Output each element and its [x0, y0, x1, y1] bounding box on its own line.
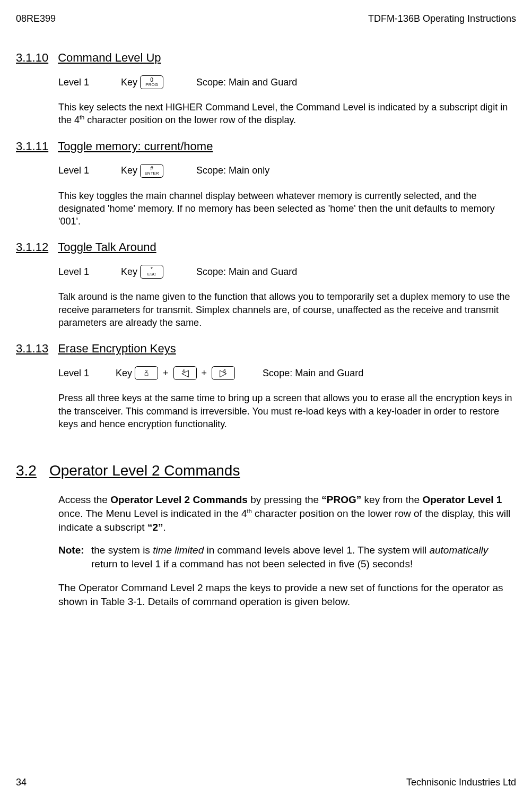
plus-separator: +	[163, 367, 169, 379]
key-label: Key	[116, 367, 132, 379]
section-number: 3.1.10	[16, 51, 48, 65]
section-title: Command Level Up	[58, 51, 161, 65]
italic-text: time limited	[153, 544, 204, 556]
section-3-1-12-content: Level 1 Key * ESC Scope: Main and Guard …	[58, 265, 516, 329]
body-text: Talk around is the name given to the fun…	[58, 290, 516, 329]
text-part: in command levels above level 1. The sys…	[204, 544, 429, 556]
paragraph-1: Access the Operator Level 2 Commands by …	[58, 493, 516, 534]
note-text: the system is time limited in command le…	[91, 543, 516, 570]
bold-text: Operator Level 2 Commands	[110, 494, 248, 505]
scope-label: Scope: Main and Guard	[196, 265, 297, 278]
section-3-1-13-content: Level 1 Key 2 ⌂ + 4 ◁ + 6 ▷	[58, 366, 516, 430]
quoted-bold: “2”	[147, 522, 163, 533]
key-star-esc-icon: * ESC	[140, 265, 163, 279]
text-part: once. The Menu Level is indicated in the…	[58, 508, 247, 519]
page-header: 08RE399 TDFM-136B Operating Instructions	[16, 13, 516, 24]
text-part: Access the	[58, 494, 110, 505]
note-row: Note: the system is time limited in comm…	[58, 543, 516, 570]
level-label: Level 1	[58, 164, 89, 177]
text-part: return to level 1 if a command has not b…	[91, 558, 413, 569]
header-doc-id: 08RE399	[16, 13, 56, 24]
italic-text: automatically	[429, 544, 488, 556]
key-0-prog-icon: 0 PROG	[140, 75, 163, 89]
arrow-left-icon: ◁	[181, 367, 189, 379]
text-part: key from the	[361, 494, 422, 505]
bold-text: Operator Level 1	[422, 494, 502, 505]
key-bottom-label: PROG	[145, 83, 158, 87]
level-key-scope-row: Level 1 Key # ENTER Scope: Main only	[58, 164, 516, 178]
page-footer: 34 Technisonic Industries Ltd	[16, 777, 516, 788]
level-key-scope-row: Level 1 Key 0 PROG Scope: Main and Guard	[58, 75, 516, 89]
section-3-1-11-content: Level 1 Key # ENTER Scope: Main only Thi…	[58, 164, 516, 228]
key-hash-enter-icon: # ENTER	[140, 164, 163, 178]
body-text: Press all three keys at the same time to…	[58, 392, 516, 430]
section-number: 3.1.13	[16, 342, 48, 356]
scope-label: Scope: Main and Guard	[263, 367, 363, 379]
company-name: Technisonic Industries Ltd	[406, 777, 516, 788]
section-number: 3.2	[16, 462, 37, 479]
section-number: 3.1.12	[16, 240, 48, 254]
level-label: Level 1	[58, 367, 89, 379]
text-part: by pressing the	[248, 494, 321, 505]
paragraph-2: The Operator Command Level 2 maps the ke…	[58, 581, 516, 608]
section-title: Toggle Talk Around	[58, 240, 156, 254]
plus-separator: +	[202, 367, 207, 379]
section-3-1-12-heading: 3.1.12 Toggle Talk Around	[16, 240, 516, 254]
key-4-left-icon: 4 ◁	[173, 366, 197, 380]
section-3-2-content: Access the Operator Level 2 Commands by …	[58, 493, 516, 608]
body-text: This key selects the next HIGHER Command…	[58, 101, 516, 127]
scope-label: Scope: Main and Guard	[196, 76, 297, 89]
section-title: Toggle memory: current/home	[58, 140, 213, 153]
section-3-2-heading: 3.2 Operator Level 2 Commands	[16, 462, 516, 479]
scope-label: Scope: Main only	[196, 164, 269, 177]
text-part: the system is	[91, 544, 153, 556]
key-group: Key * ESC	[121, 265, 164, 279]
key-group: Key # ENTER	[121, 164, 164, 178]
section-title: Erase Encryption Keys	[58, 342, 176, 356]
section-3-1-10-heading: 3.1.10 Command Level Up	[16, 51, 516, 65]
key-bottom-label: ENTER	[145, 171, 159, 176]
section-number: 3.1.11	[16, 140, 48, 153]
key-label: Key	[121, 76, 137, 89]
quoted-bold: “PROG”	[321, 494, 361, 505]
text-part: .	[163, 522, 166, 533]
level-label: Level 1	[58, 76, 89, 89]
superscript-th: th	[247, 508, 252, 514]
key-group: Key 2 ⌂ + 4 ◁ + 6 ▷	[116, 366, 236, 380]
level-label: Level 1	[58, 265, 89, 278]
key-2-up-icon: 2 ⌂	[135, 366, 158, 380]
superscript-th: th	[80, 114, 84, 120]
arrow-right-icon: ▷	[220, 367, 227, 379]
arrow-up-icon: ⌂	[144, 368, 149, 378]
section-3-1-11-heading: 3.1.11 Toggle memory: current/home	[16, 140, 516, 153]
level-key-scope-row: Level 1 Key 2 ⌂ + 4 ◁ + 6 ▷	[58, 366, 516, 380]
section-3-1-13-heading: 3.1.13 Erase Encryption Keys	[16, 342, 516, 356]
body-text: This key toggles the main channel displa…	[58, 189, 516, 228]
key-label: Key	[121, 164, 137, 177]
section-3-1-10-content: Level 1 Key 0 PROG Scope: Main and Guard…	[58, 75, 516, 127]
key-bottom-label: ESC	[147, 272, 156, 276]
section-title: Operator Level 2 Commands	[49, 462, 240, 479]
page-number: 34	[16, 777, 27, 788]
note-label: Note:	[58, 543, 87, 570]
header-doc-title: TDFM-136B Operating Instructions	[368, 13, 516, 24]
body-part-b: character position on the lower row of t…	[84, 115, 296, 125]
key-6-right-icon: 6 ▷	[212, 366, 235, 380]
key-group: Key 0 PROG	[121, 75, 164, 89]
key-label: Key	[121, 265, 137, 278]
level-key-scope-row: Level 1 Key * ESC Scope: Main and Guard	[58, 265, 516, 279]
